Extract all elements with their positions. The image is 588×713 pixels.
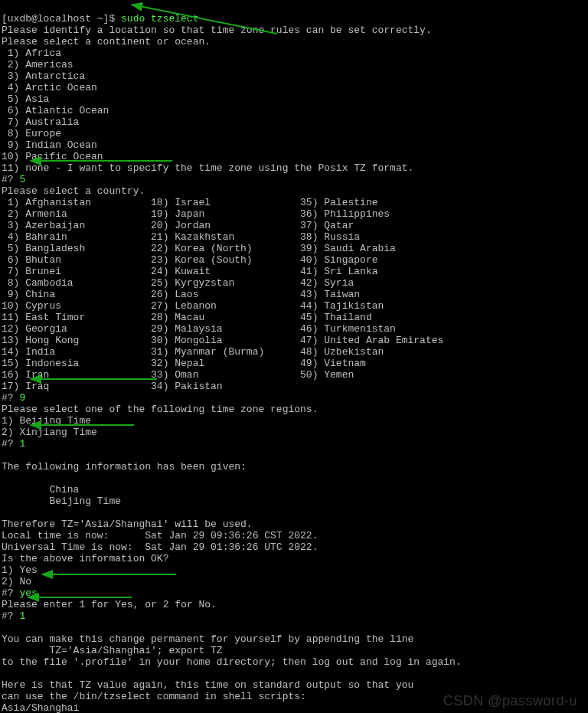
answer-value: 1 (19, 438, 25, 450)
answer-line[interactable]: #? yes (2, 587, 38, 599)
menu-option: 5) Asia (2, 93, 49, 105)
command-input: sudo tzselect (121, 13, 198, 25)
output-line: Beijing Time (2, 496, 121, 507)
answer-value: yes (19, 587, 37, 599)
output-line: Please identify a location so that time … (2, 25, 432, 36)
output-line: China (2, 484, 79, 496)
output-line: to the file '.profile' in your home dire… (2, 656, 462, 668)
menu-option: 1) Africa (2, 47, 61, 59)
menu-option: 3) Antarctica (2, 70, 85, 82)
menu-option: 1) Yes (2, 564, 38, 576)
answer-prompt: #? (2, 438, 19, 450)
output-line: You can make this change permanent for y… (2, 633, 413, 645)
menu-option: 2) No (2, 576, 31, 587)
menu-option: 6) Atlantic Ocean (2, 105, 109, 116)
prompt-line[interactable]: [uxdb@localhost ~]$ sudo tzselect (2, 13, 198, 25)
menu-option: 1) Beijing Time (2, 415, 91, 427)
menu-option: 13) Hong Kong 30) Mongolia 47) United Ar… (2, 335, 443, 346)
terminal-output: [uxdb@localhost ~]$ sudo tzselect Please… (2, 2, 462, 713)
answer-line[interactable]: #? 1 (2, 610, 25, 622)
shell-prompt: [uxdb@localhost ~]$ (2, 13, 121, 25)
answer-prompt: #? (2, 610, 19, 622)
answer-prompt: #? (2, 174, 19, 185)
answer-line[interactable]: #? 1 (2, 438, 25, 450)
output-line: Local time is now: Sat Jan 29 09:36:26 C… (2, 530, 318, 541)
menu-option: 11) East Timor 28) Macau 45) Thailand (2, 312, 372, 323)
menu-option: 16) Iran 33) Oman 50) Yemen (2, 369, 354, 381)
menu-option: 3) Azerbaijan 20) Jordan 37) Qatar (2, 220, 354, 231)
menu-option: 4) Arctic Ocean (2, 82, 97, 93)
menu-option: 2) Americas (2, 59, 74, 70)
answer-value: 1 (19, 610, 25, 622)
menu-option: 7) Australia (2, 116, 79, 128)
answer-line[interactable]: #? 5 (2, 174, 25, 185)
menu-option: 1) Afghanistan 18) Israel 35) Palestine (2, 197, 377, 208)
answer-prompt: #? (2, 392, 19, 404)
menu-option: 2) Xinjiang Time (2, 427, 97, 438)
output-line: TZ='Asia/Shanghai'; export TZ (2, 645, 223, 656)
answer-line[interactable]: #? 9 (2, 392, 25, 404)
answer-prompt: #? (2, 587, 19, 599)
menu-option: 12) Georgia 29) Malaysia 46) Turkmenista… (2, 323, 396, 335)
output-line: Here is that TZ value again, this time o… (2, 679, 413, 691)
menu-option: 6) Bhutan 23) Korea (South) 40) Singapor… (2, 254, 377, 266)
menu-option: 14) India 31) Myanmar (Burma) 48) Uzbeki… (2, 346, 384, 358)
output-line: Asia/Shanghai (2, 702, 79, 713)
output-line: Therefore TZ='Asia/Shanghai' will be use… (2, 518, 253, 530)
output-line: Universal Time is now: Sat Jan 29 01:36:… (2, 541, 318, 553)
answer-value: 5 (19, 174, 25, 185)
menu-option: 10) Pacific Ocean (2, 151, 103, 162)
answer-value: 9 (19, 392, 25, 404)
menu-option: 7) Brunei 24) Kuwait 41) Sri Lanka (2, 266, 377, 277)
menu-option: 2) Armenia 19) Japan 36) Philippines (2, 208, 390, 220)
menu-option: 8) Europe (2, 128, 61, 139)
menu-option: 15) Indonesia 32) Nepal 49) Vietnam (2, 358, 366, 369)
menu-option: 8) Cambodia 25) Kyrgyzstan 42) Syria (2, 277, 354, 289)
menu-option: 17) Iraq 34) Pakistan (2, 381, 223, 392)
menu-option: 5) Bangladesh 22) Korea (North) 39) Saud… (2, 243, 396, 254)
watermark-text: CSDN @password-u (443, 695, 577, 707)
output-line: can use the /bin/tzselect command in she… (2, 691, 306, 702)
menu-option: 11) none - I want to specify the time zo… (2, 162, 413, 174)
output-line: Please enter 1 for Yes, or 2 for No. (2, 599, 217, 610)
output-line: The following information has been given… (2, 461, 247, 473)
menu-option: 10) Cyprus 27) Lebanon 44) Tajikistan (2, 300, 384, 312)
menu-option: 9) China 26) Laos 43) Taiwan (2, 289, 360, 300)
menu-option: 4) Bahrain 21) Kazakhstan 38) Russia (2, 231, 360, 243)
output-line: Is the above information OK? (2, 553, 168, 564)
output-line: Please select one of the following time … (2, 404, 318, 415)
output-line: Please select a continent or ocean. (2, 36, 211, 47)
menu-option: 9) Indian Ocean (2, 139, 97, 151)
output-line: Please select a country. (2, 185, 145, 197)
